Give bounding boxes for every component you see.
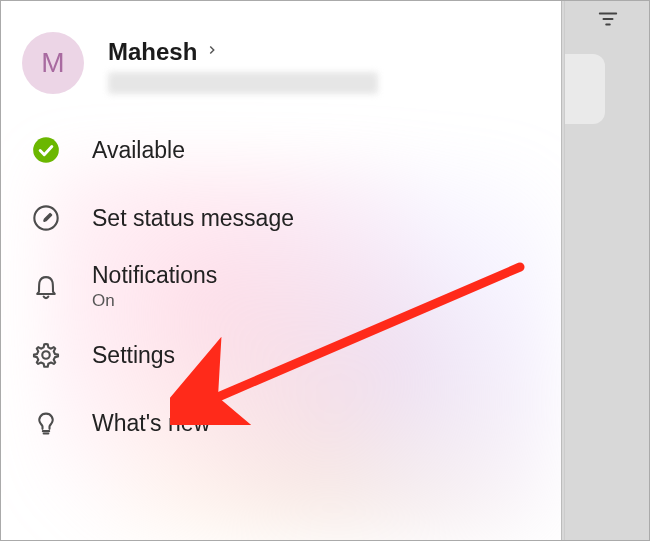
menu-item-whats-new[interactable]: What's new <box>0 389 561 457</box>
menu-label: What's new <box>92 410 210 437</box>
presence-available-icon <box>30 134 62 166</box>
svg-point-3 <box>33 137 59 163</box>
menu-label: Settings <box>92 342 175 369</box>
menu-label: Notifications <box>92 262 217 289</box>
edit-status-icon <box>30 202 62 234</box>
menu-item-notifications[interactable]: Notifications On <box>0 252 561 321</box>
gear-icon <box>30 339 62 371</box>
menu-sublabel: On <box>92 291 217 311</box>
background-card <box>565 54 605 124</box>
lightbulb-icon <box>30 407 62 439</box>
filter-button[interactable] <box>565 0 650 42</box>
profile-text-block: Mahesh <box>108 32 378 94</box>
menu-item-set-status[interactable]: Set status message <box>0 184 561 252</box>
chevron-right-icon <box>205 43 219 61</box>
profile-drawer: M Mahesh Available S <box>0 0 562 541</box>
avatar-initial: M <box>41 47 64 79</box>
menu-label: Set status message <box>92 205 294 232</box>
filter-icon <box>597 8 619 34</box>
profile-name: Mahesh <box>108 38 197 66</box>
profile-header[interactable]: M Mahesh <box>0 0 561 112</box>
avatar: M <box>22 32 84 94</box>
background-panel <box>564 0 650 541</box>
svg-point-5 <box>42 351 49 358</box>
menu-item-settings[interactable]: Settings <box>0 321 561 389</box>
menu-label: Available <box>92 137 185 164</box>
profile-subtext-redacted <box>108 72 378 94</box>
menu-item-available[interactable]: Available <box>0 116 561 184</box>
bell-icon <box>30 271 62 303</box>
menu-list: Available Set status message Notificatio… <box>0 112 561 461</box>
